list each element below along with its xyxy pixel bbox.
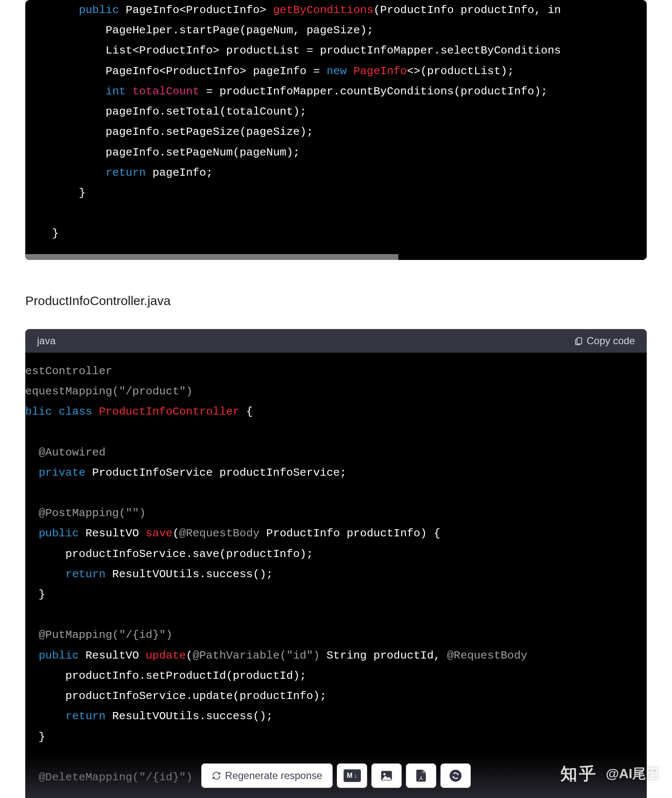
code-body[interactable]: public PageInfo<ProductInfo> getByCondit… <box>25 0 647 257</box>
pdf-icon: 人 <box>414 769 428 783</box>
keyword-public: public <box>25 405 52 418</box>
keyword-int: int <box>106 85 126 98</box>
zhihu-logo: 知乎 <box>560 762 597 785</box>
code-block-controller: java Copy code @RestController @RequestM… <box>25 329 647 798</box>
refresh-icon <box>212 771 221 780</box>
var-totalCount: totalCount <box>132 85 199 98</box>
svg-text:人: 人 <box>419 776 424 780</box>
regenerate-response-button[interactable]: Regenerate response <box>201 763 333 788</box>
horizontal-scrollbar[interactable] <box>25 254 647 260</box>
copy-code-button[interactable]: Copy code <box>574 335 635 347</box>
code-language-label: java <box>37 335 56 347</box>
export-image-button[interactable] <box>371 763 402 788</box>
svg-point-4 <box>450 770 461 782</box>
class-ProductInfoController: ProductInfoController <box>99 405 240 418</box>
svg-rect-0 <box>577 337 582 344</box>
export-markdown-button[interactable]: M↓ <box>337 763 367 788</box>
class-PageInfo: PageInfo <box>353 65 407 78</box>
keyword-private: private <box>39 466 85 479</box>
code-header: java Copy code <box>25 329 647 353</box>
method-update: update <box>146 649 186 662</box>
code-body[interactable]: @RestController @RequestMapping("/produc… <box>25 353 647 798</box>
keyword-return: return <box>106 166 146 179</box>
markdown-icon: M↓ <box>344 769 361 782</box>
sync-icon <box>448 769 463 783</box>
reload-button[interactable] <box>440 763 471 788</box>
export-pdf-button[interactable]: 人 <box>406 763 436 788</box>
method-getByConditions: getByConditions <box>273 4 373 16</box>
method-save: save <box>146 527 173 540</box>
clipboard-icon <box>574 336 583 345</box>
keyword-class: class <box>59 405 92 418</box>
keyword-public: public <box>79 4 119 16</box>
file-label: ProductInfoController.java <box>25 294 647 308</box>
keyword-new: new <box>327 65 347 78</box>
annotation-autowired: @Autowired <box>39 446 106 459</box>
watermark-author: @AI尾巴 <box>606 765 659 783</box>
watermark: 知乎 @AI尾巴 <box>560 762 659 785</box>
regenerate-label: Regenerate response <box>225 770 323 782</box>
copy-code-label: Copy code <box>587 335 635 347</box>
scrollbar-thumb[interactable] <box>25 254 398 260</box>
svg-point-2 <box>384 773 386 775</box>
image-icon <box>379 769 394 783</box>
annotation: @RestController <box>25 365 112 378</box>
code-block-service: public PageInfo<ProductInfo> getByCondit… <box>25 0 647 260</box>
